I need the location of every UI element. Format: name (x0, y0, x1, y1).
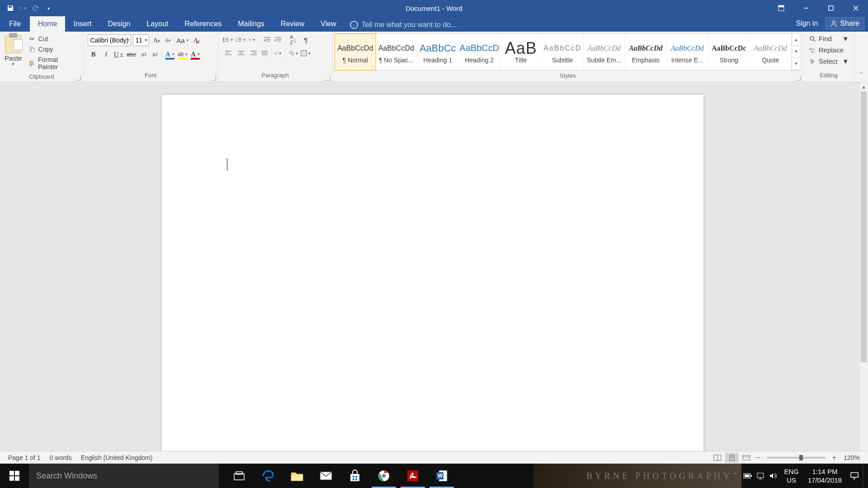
paste-button[interactable]: Paste ▼ (3, 33, 24, 71)
tab-references[interactable]: References (176, 16, 230, 32)
task-view-icon[interactable] (225, 464, 253, 488)
print-layout-icon[interactable] (725, 453, 739, 463)
borders-button[interactable]: ▼ (301, 48, 311, 59)
style-subtitle[interactable]: AaBbCcDSubtitle (542, 34, 584, 70)
show-desktop-button[interactable] (863, 464, 866, 488)
font-size-combo[interactable]: 11▼ (133, 34, 149, 46)
vertical-scrollbar[interactable]: ▲ ▼ (859, 82, 868, 470)
document-area[interactable] (0, 82, 859, 470)
tray-language[interactable]: ENGUS (779, 467, 803, 485)
style-subtle-em-[interactable]: AaBbCcDdSubtle Em... (584, 34, 625, 70)
gallery-more-icon[interactable]: ▼ (792, 58, 801, 70)
bullets-button[interactable]: ▼ (223, 34, 234, 45)
numbering-button[interactable]: 123▼ (236, 34, 246, 45)
acrobat-icon[interactable] (399, 464, 427, 488)
store-icon[interactable] (341, 464, 369, 488)
sign-in-link[interactable]: Sign in (791, 18, 822, 29)
styles-launcher-icon[interactable] (796, 75, 801, 80)
justify-button[interactable] (261, 48, 272, 59)
edge-icon[interactable] (254, 464, 282, 488)
subscript-button[interactable]: x2 (138, 49, 149, 60)
tab-review[interactable]: Review (273, 16, 312, 32)
undo-icon[interactable]: ▼ (19, 4, 27, 12)
battery-icon[interactable] (741, 464, 754, 488)
gallery-up-icon[interactable]: ▲ (792, 34, 801, 46)
file-explorer-icon[interactable] (283, 464, 311, 488)
tell-me-search[interactable]: ♀ Tell me what you want to do... (350, 21, 457, 32)
font-color-button[interactable]: A▼ (190, 49, 201, 60)
tab-insert[interactable]: Insert (65, 16, 99, 32)
qat-customize-icon[interactable]: ▾ (44, 4, 52, 12)
paragraph-launcher-icon[interactable] (325, 75, 330, 80)
share-button[interactable]: Share (825, 17, 864, 30)
line-spacing-button[interactable]: ▼ (274, 48, 285, 59)
font-launcher-icon[interactable] (211, 75, 216, 80)
page[interactable] (162, 95, 703, 470)
minimize-icon[interactable] (793, 0, 818, 16)
network-icon[interactable] (754, 464, 767, 488)
style-emphasis[interactable]: AaBbCcDdEmphasis (625, 34, 667, 70)
find-button[interactable]: Find▼ (807, 33, 851, 44)
sort-button[interactable]: AZ↓ (288, 34, 299, 45)
zoom-in-button[interactable]: + (830, 454, 838, 462)
text-effects-button[interactable]: A▼ (165, 49, 175, 60)
save-icon[interactable] (6, 4, 14, 12)
action-center-icon[interactable] (846, 464, 863, 488)
style-heading-1[interactable]: AaBbCcHeading 1 (417, 34, 459, 70)
zoom-out-button[interactable]: − (754, 454, 762, 462)
taskbar-search[interactable]: Search Windows (29, 464, 219, 488)
zoom-level[interactable]: 120% (839, 454, 864, 461)
highlight-button[interactable]: ab▼ (177, 49, 188, 60)
superscript-button[interactable]: x2 (151, 49, 162, 60)
style--no-spac-[interactable]: AaBbCcDd¶ No Spac... (376, 34, 417, 70)
italic-button[interactable]: I (100, 49, 111, 60)
align-center-button[interactable] (236, 48, 246, 59)
tab-home[interactable]: Home (30, 16, 66, 32)
chrome-icon[interactable] (370, 464, 398, 488)
gallery-down-icon[interactable]: ▼ (792, 46, 801, 58)
style-title[interactable]: AaBTitle (500, 34, 542, 70)
volume-icon[interactable] (767, 464, 779, 488)
bold-button[interactable]: B (88, 49, 99, 60)
tab-view[interactable]: View (312, 16, 344, 32)
collapse-ribbon-icon[interactable]: ˆ (855, 32, 868, 82)
shrink-font-button[interactable]: A▾ (164, 35, 175, 46)
ribbon-display-icon[interactable] (769, 0, 793, 16)
clipboard-launcher-icon[interactable] (75, 75, 81, 80)
zoom-thumb[interactable] (799, 455, 803, 460)
zoom-slider[interactable] (767, 457, 826, 459)
decrease-indent-button[interactable] (262, 34, 273, 45)
style-heading-2[interactable]: AaBbCcDHeading 2 (459, 34, 500, 70)
tab-layout[interactable]: Layout (138, 16, 176, 32)
shading-button[interactable]: ▼ (288, 48, 299, 59)
replace-button[interactable]: abacReplace (807, 45, 851, 55)
read-mode-icon[interactable] (711, 453, 724, 463)
web-layout-icon[interactable] (740, 453, 753, 463)
tab-mailings[interactable]: Mailings (230, 16, 273, 32)
multilevel-list-button[interactable]: ▼ (248, 34, 259, 45)
cut-button[interactable]: ✂Cut (27, 34, 80, 43)
copy-button[interactable]: Copy (27, 45, 80, 54)
font-name-combo[interactable]: Calibri (Body)▼ (88, 34, 131, 46)
show-marks-button[interactable]: ¶ (301, 34, 311, 45)
select-button[interactable]: Select▼ (807, 56, 851, 66)
underline-button[interactable]: U▼ (113, 49, 124, 60)
align-left-button[interactable] (223, 48, 234, 59)
increase-indent-button[interactable] (274, 34, 285, 45)
tab-design[interactable]: Design (99, 16, 138, 32)
status-language[interactable]: English (United Kingdom) (76, 454, 157, 461)
start-button[interactable] (0, 464, 29, 488)
style-quote[interactable]: AaBbCcDdQuote (750, 34, 792, 70)
mail-icon[interactable] (312, 464, 340, 488)
scroll-thumb[interactable] (861, 91, 867, 362)
change-case-button[interactable]: Aa▼ (177, 35, 188, 46)
grow-font-button[interactable]: A▴ (151, 35, 162, 46)
scroll-up-icon[interactable]: ▲ (859, 82, 868, 91)
style-intense-e-[interactable]: AaBbCcDdIntense E... (667, 34, 708, 70)
strikethrough-button[interactable]: abc (126, 49, 137, 60)
align-right-button[interactable] (248, 48, 259, 59)
clear-formatting-button[interactable]: A✖ (190, 35, 201, 46)
status-words[interactable]: 0 words (45, 454, 76, 461)
tab-file[interactable]: File (0, 16, 30, 32)
status-page[interactable]: Page 1 of 1 (4, 454, 45, 461)
